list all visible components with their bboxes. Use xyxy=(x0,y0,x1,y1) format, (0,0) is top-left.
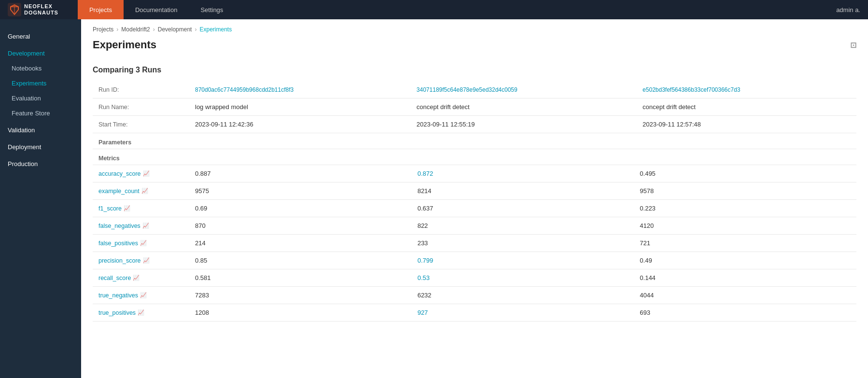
metric-name-cell: accuracy_score 📈 xyxy=(93,165,189,182)
metric-link-recall_score[interactable]: recall_score 📈 xyxy=(98,275,183,281)
run-id-col3: e502bd3fef564386b33cef700366c7d3 xyxy=(637,81,856,98)
nav-settings[interactable]: Settings xyxy=(189,0,235,19)
logo-text: NEOFLEX DOGNAUTS xyxy=(24,3,58,16)
metric-value-col2: 927 xyxy=(412,304,634,322)
nav-items: Projects Documentation Settings xyxy=(78,0,235,19)
metric-link-f1_score[interactable]: f1_score 📈 xyxy=(98,205,183,212)
metric-name-cell: recall_score 📈 xyxy=(93,269,189,287)
breadcrumb-development[interactable]: Development xyxy=(158,26,192,33)
parameters-label: Parameters xyxy=(93,133,856,149)
metric-link-example_count[interactable]: example_count 📈 xyxy=(98,188,183,195)
run-name-col1: log wrapped model xyxy=(189,98,411,116)
breadcrumb-sep-2: › xyxy=(153,26,155,33)
user-label[interactable]: admin a. xyxy=(836,6,860,14)
breadcrumb-sep-1: › xyxy=(116,26,118,33)
metric-row: example_count 📈957582149578 xyxy=(93,182,856,200)
expand-icon[interactable]: ⊡ xyxy=(850,41,856,50)
metric-value-col1: 870 xyxy=(189,217,412,235)
metric-link-true_positives[interactable]: true_positives 📈 xyxy=(98,309,183,316)
run-id-col2: 34071189f5c64e878e9e5ed32d4c0059 xyxy=(411,81,637,98)
start-time-col3: 2023-09-11 12:57:48 xyxy=(637,116,856,133)
start-time-label: Start Time: xyxy=(93,116,189,133)
run-name-col3: concept drift detect xyxy=(637,98,856,116)
run-name-label: Run Name: xyxy=(93,98,189,116)
metric-link-precision_score[interactable]: precision_score 📈 xyxy=(98,257,183,264)
logo-icon xyxy=(8,3,21,16)
sidebar-item-evaluation[interactable]: Evaluation xyxy=(0,91,81,106)
metric-row: recall_score 📈0.5810.530.144 xyxy=(93,269,856,287)
chart-icon: 📈 xyxy=(143,257,150,264)
start-time-col1: 2023-09-11 12:42:36 xyxy=(189,116,411,133)
run-name-row: Run Name: log wrapped model concept drif… xyxy=(93,98,856,116)
sidebar-item-feature-store[interactable]: Feature Store xyxy=(0,106,81,121)
metric-value-col1: 9575 xyxy=(189,182,412,200)
metrics-section-row: Metrics xyxy=(93,149,856,165)
metric-value-col3: 0.495 xyxy=(634,165,856,182)
metric-value-col2: 0.799 xyxy=(412,252,634,269)
chart-icon: 📈 xyxy=(143,170,150,177)
metric-link-true_negatives[interactable]: true_negatives 📈 xyxy=(98,292,183,299)
sidebar-section-general: General xyxy=(0,27,81,44)
metric-row: accuracy_score 📈0.8870.8720.495 xyxy=(93,165,856,182)
run-id-label: Run ID: xyxy=(93,81,189,98)
chart-icon: 📈 xyxy=(124,205,130,211)
compare-table: Run ID: 870d0ac6c7744959b968cdd2b11cf8f3… xyxy=(93,81,856,165)
run-id-link-2[interactable]: 34071189f5c64e878e9e5ed32d4c0059 xyxy=(417,86,518,93)
metric-row: true_positives 📈1208927693 xyxy=(93,304,856,322)
sidebar-item-notebooks[interactable]: Notebooks xyxy=(0,61,81,76)
breadcrumb: Projects › Modeldrift2 › Development › E… xyxy=(81,19,868,37)
metric-value-col3: 0.144 xyxy=(634,269,856,287)
metric-value-col2: 0.53 xyxy=(412,269,634,287)
chart-icon: 📈 xyxy=(141,188,148,194)
metric-link-accuracy_score[interactable]: accuracy_score 📈 xyxy=(98,170,183,177)
metric-value-col1: 1208 xyxy=(189,304,412,322)
breadcrumb-sep-3: › xyxy=(195,26,196,33)
breadcrumb-projects[interactable]: Projects xyxy=(93,26,113,33)
metric-row: precision_score 📈0.850.7990.49 xyxy=(93,252,856,269)
sidebar: General Development Notebooks Experiment… xyxy=(0,19,81,378)
chart-icon: 📈 xyxy=(140,240,147,246)
page-title: Experiments xyxy=(93,39,156,51)
compare-title: Comparing 3 Runs xyxy=(93,61,856,81)
metric-value-col2: 0.872 xyxy=(412,165,634,182)
chart-icon: 📈 xyxy=(133,275,140,281)
nav-documentation[interactable]: Documentation xyxy=(124,0,189,19)
sidebar-section-validation: Validation xyxy=(0,121,81,138)
metric-name-cell: true_positives 📈 xyxy=(93,304,189,322)
metric-row: f1_score 📈0.690.6370.223 xyxy=(93,200,856,217)
metric-value-col3: 0.49 xyxy=(634,252,856,269)
sidebar-section-production: Production xyxy=(0,154,81,171)
metric-value-col2: 822 xyxy=(412,217,634,235)
page-title-row: Experiments ⊡ xyxy=(81,37,868,61)
metric-name-cell: true_negatives 📈 xyxy=(93,287,189,304)
layout: General Development Notebooks Experiment… xyxy=(0,19,868,378)
metric-value-col3: 4120 xyxy=(634,217,856,235)
metric-value-col1: 0.85 xyxy=(189,252,412,269)
run-id-link-1[interactable]: 870d0ac6c7744959b968cdd2b11cf8f3 xyxy=(195,86,294,93)
run-name-col2: concept drift detect xyxy=(411,98,637,116)
metric-name-cell: example_count 📈 xyxy=(93,182,189,200)
metric-row: true_negatives 📈728362324044 xyxy=(93,287,856,304)
metrics-table: accuracy_score 📈0.8870.8720.495example_c… xyxy=(93,165,856,322)
run-id-col1: 870d0ac6c7744959b968cdd2b11cf8f3 xyxy=(189,81,411,98)
sidebar-section-development: Development xyxy=(0,44,81,61)
breadcrumb-modeldrift[interactable]: Modeldrift2 xyxy=(121,26,150,33)
nav-projects[interactable]: Projects xyxy=(78,0,124,19)
logo: NEOFLEX DOGNAUTS xyxy=(8,3,58,16)
metric-name-cell: false_positives 📈 xyxy=(93,235,189,252)
breadcrumb-experiments: Experiments xyxy=(199,26,232,33)
run-id-row: Run ID: 870d0ac6c7744959b968cdd2b11cf8f3… xyxy=(93,81,856,98)
sidebar-item-experiments[interactable]: Experiments xyxy=(0,76,81,91)
metric-link-false_positives[interactable]: false_positives 📈 xyxy=(98,240,183,247)
chart-icon: 📈 xyxy=(140,292,147,298)
run-id-link-3[interactable]: e502bd3fef564386b33cef700366c7d3 xyxy=(643,86,740,93)
metric-value-col1: 0.69 xyxy=(189,200,412,217)
metric-link-false_negatives[interactable]: false_negatives 📈 xyxy=(98,223,183,229)
compare-section: Comparing 3 Runs Run ID: 870d0ac6c774495… xyxy=(81,61,868,322)
metric-value-col1: 7283 xyxy=(189,287,412,304)
top-nav: NEOFLEX DOGNAUTS Projects Documentation … xyxy=(0,0,868,19)
metric-value-col1: 214 xyxy=(189,235,412,252)
parameters-section-row: Parameters xyxy=(93,133,856,149)
metric-value-col2: 8214 xyxy=(412,182,634,200)
start-time-row: Start Time: 2023-09-11 12:42:36 2023-09-… xyxy=(93,116,856,133)
